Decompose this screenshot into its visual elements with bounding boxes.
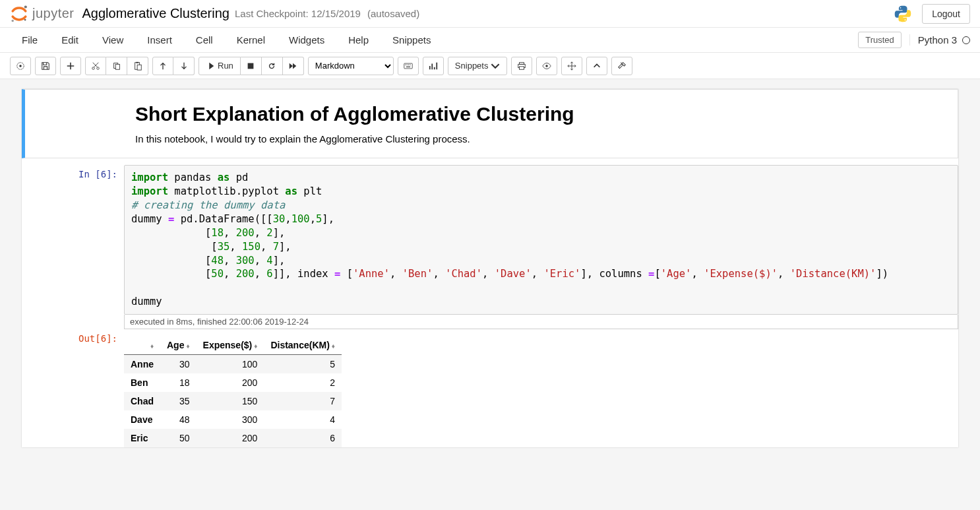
in-prompt: In [6]: xyxy=(22,165,124,329)
snippets-label: Snippets xyxy=(455,61,489,71)
kernel-name[interactable]: Python 3 xyxy=(909,34,970,46)
restart-run-all-button[interactable] xyxy=(283,57,304,75)
menu-kernel[interactable]: Kernel xyxy=(225,29,277,51)
print-button[interactable] xyxy=(511,57,532,75)
table-header-distance[interactable]: Distance(KM)♦ xyxy=(264,336,342,355)
autosave-text: (autosaved) xyxy=(367,8,419,19)
code-cell[interactable]: In [6]: ▼import pandas as pd import matp… xyxy=(22,165,958,329)
keyboard-button[interactable] xyxy=(398,57,419,75)
move-up-button[interactable] xyxy=(152,57,173,75)
md-paragraph: In this notebook, I would try to explain… xyxy=(135,133,950,144)
restart-icon xyxy=(267,61,276,71)
sort-icon: ♦ xyxy=(150,342,154,350)
header-bar: jupyter Agglomerative Clustering Last Ch… xyxy=(0,0,980,28)
svg-rect-18 xyxy=(406,66,410,67)
table-sort-index[interactable]: ♦ xyxy=(124,336,160,355)
svg-point-1 xyxy=(11,19,14,22)
scroll-up-button[interactable] xyxy=(586,57,607,75)
menu-widgets[interactable]: Widgets xyxy=(277,29,336,51)
chart-button[interactable] xyxy=(423,57,444,75)
menu-file[interactable]: File xyxy=(10,29,49,51)
md-prompt xyxy=(25,103,127,144)
jupyter-logo[interactable]: jupyter xyxy=(10,5,75,23)
svg-point-6 xyxy=(97,67,100,69)
notebook-title[interactable]: Agglomerative Clustering xyxy=(82,6,230,21)
kernel-status-icon xyxy=(962,36,970,44)
floppy-icon xyxy=(41,61,50,71)
snippets-dropdown[interactable]: Snippets xyxy=(448,57,508,75)
copy-button[interactable] xyxy=(106,57,127,75)
table-row: Anne 30 100 5 xyxy=(124,355,342,374)
printer-icon xyxy=(517,61,526,71)
exec-info: executed in 8ms, finished 22:00:06 2019-… xyxy=(124,315,958,329)
table-row: Eric 50 200 6 xyxy=(124,429,342,447)
paste-button[interactable] xyxy=(127,57,148,75)
gavel-button[interactable] xyxy=(611,57,632,75)
svg-point-4 xyxy=(19,65,22,67)
svg-rect-10 xyxy=(136,61,138,63)
table-row: Chad 35 150 7 xyxy=(124,392,342,410)
restart-button[interactable] xyxy=(262,57,283,75)
table-row: Ben 18 200 2 xyxy=(124,373,342,392)
table-row: Dave 48 300 4 xyxy=(124,410,342,429)
run-button[interactable]: Run xyxy=(199,57,241,75)
kernel-label: Python 3 xyxy=(918,34,957,46)
scissors-icon xyxy=(91,61,100,71)
output-cell: Out[6]: ♦ Age♦ Expense($)♦ Distance(KM)♦… xyxy=(22,329,958,447)
menubar: File Edit View Insert Cell Kernel Widget… xyxy=(0,28,980,53)
plus-icon xyxy=(66,61,75,71)
arrow-up-icon xyxy=(158,61,168,71)
cell-type-select[interactable]: Markdown xyxy=(308,57,394,75)
svg-rect-21 xyxy=(520,66,524,69)
output-table: ♦ Age♦ Expense($)♦ Distance(KM)♦ Anne 30… xyxy=(124,336,342,447)
move-down-button[interactable] xyxy=(173,57,195,75)
run-icon xyxy=(206,61,215,71)
table-header-age[interactable]: Age♦ xyxy=(160,336,197,355)
stop-button[interactable] xyxy=(241,57,262,75)
toolbar: Run Markdown Snippets xyxy=(0,53,980,79)
move-icon xyxy=(567,61,576,71)
svg-rect-8 xyxy=(115,64,119,69)
copy-icon xyxy=(112,61,121,71)
save-button[interactable] xyxy=(10,57,31,75)
svg-rect-11 xyxy=(137,65,141,70)
trusted-indicator[interactable]: Trusted xyxy=(858,32,902,48)
save-checkpoint-button[interactable] xyxy=(35,57,56,75)
menu-view[interactable]: View xyxy=(90,29,135,51)
svg-point-22 xyxy=(546,65,549,67)
menu-snippets[interactable]: Snippets xyxy=(381,29,443,51)
eye-icon xyxy=(542,61,551,71)
live-preview-button[interactable] xyxy=(536,57,557,75)
menu-help[interactable]: Help xyxy=(336,29,381,51)
cut-button[interactable] xyxy=(85,57,106,75)
fast-forward-icon xyxy=(288,61,297,71)
table-header-expense[interactable]: Expense($)♦ xyxy=(197,336,264,355)
svg-rect-14 xyxy=(405,64,406,65)
svg-rect-15 xyxy=(407,64,408,65)
chevron-up-icon xyxy=(592,61,601,71)
bar-chart-icon xyxy=(429,61,438,71)
notebook-container: Short Explanation of Agglomerative Clust… xyxy=(0,79,980,510)
logo-text: jupyter xyxy=(32,6,75,21)
svg-rect-16 xyxy=(408,64,409,65)
gavel-icon xyxy=(617,61,627,71)
sort-icon: ♦ xyxy=(332,342,335,350)
keyboard-icon xyxy=(404,61,413,71)
chevron-down-icon xyxy=(491,61,500,71)
stop-icon xyxy=(246,61,255,71)
move-target-button[interactable] xyxy=(561,57,582,75)
svg-point-5 xyxy=(92,67,95,69)
menu-edit[interactable]: Edit xyxy=(49,29,90,51)
menu-cell[interactable]: Cell xyxy=(184,29,225,51)
menu-insert[interactable]: Insert xyxy=(135,29,184,51)
svg-rect-13 xyxy=(404,63,412,69)
md-heading: Short Explanation of Agglomerative Clust… xyxy=(135,103,950,125)
markdown-cell[interactable]: Short Explanation of Agglomerative Clust… xyxy=(22,89,958,158)
add-cell-button[interactable] xyxy=(60,57,81,75)
out-prompt: Out[6]: xyxy=(22,329,124,447)
run-label: Run xyxy=(218,61,233,71)
code-input[interactable]: ▼import pandas as pd import matplotlib.p… xyxy=(124,165,958,315)
svg-rect-12 xyxy=(248,63,254,69)
save-style-icon xyxy=(16,61,25,71)
logout-button[interactable]: Logout xyxy=(922,4,970,24)
